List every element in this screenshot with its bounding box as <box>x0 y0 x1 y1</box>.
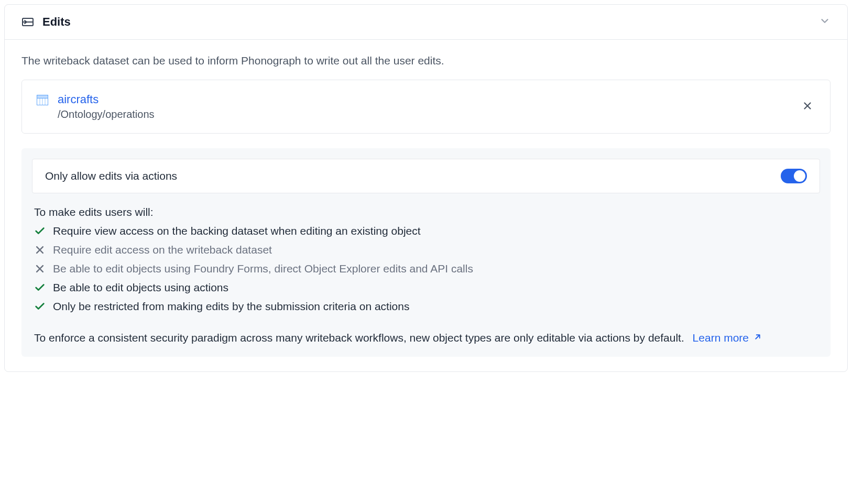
dataset-icon <box>37 95 48 105</box>
only-allow-edits-toggle[interactable] <box>781 169 807 183</box>
rule-text: Only be restricted from making edits by … <box>53 300 409 313</box>
rule-text: Require view access on the backing datas… <box>53 225 421 237</box>
check-icon <box>34 282 46 293</box>
remove-dataset-button[interactable] <box>800 98 815 116</box>
learn-more-label: Learn more <box>693 330 749 346</box>
x-icon <box>34 244 46 256</box>
dataset-card: aircrafts /Ontology/operations <box>21 80 831 134</box>
panel-header[interactable]: Edits <box>5 5 847 40</box>
toggle-knob <box>794 170 805 182</box>
only-allow-edits-toggle-row: Only allow edits via actions <box>32 159 820 193</box>
dataset-info-wrapper: aircrafts /Ontology/operations <box>37 93 155 120</box>
rule-item: Require view access on the backing datas… <box>34 225 820 237</box>
rules-intro: To make edits users will: <box>32 206 820 218</box>
edit-settings-box: Only allow edits via actions To make edi… <box>21 148 831 357</box>
panel-body: The writeback dataset can be used to inf… <box>5 40 847 371</box>
svg-rect-3 <box>37 95 48 98</box>
edits-panel: Edits The writeback dataset can be used … <box>4 4 848 372</box>
rule-text: Be able to edit objects using actions <box>53 281 228 294</box>
rule-text: Require edit access on the writeback dat… <box>53 244 272 256</box>
x-icon <box>34 263 46 275</box>
rules-list: Require view access on the backing datas… <box>32 225 820 313</box>
rule-text: Be able to edit objects using Foundry Fo… <box>53 262 473 275</box>
description-text: The writeback dataset can be used to inf… <box>21 54 831 67</box>
rule-item: Be able to edit objects using actions <box>34 281 820 294</box>
toggle-label: Only allow edits via actions <box>45 170 177 182</box>
rule-item: Require edit access on the writeback dat… <box>34 244 820 256</box>
dataset-path: /Ontology/operations <box>58 108 155 120</box>
external-link-icon <box>753 330 762 346</box>
footer-note-text: To enforce a consistent security paradig… <box>34 332 684 344</box>
footer-note: To enforce a consistent security paradig… <box>32 330 820 346</box>
rule-item: Only be restricted from making edits by … <box>34 300 820 313</box>
panel-title: Edits <box>42 15 71 29</box>
check-icon <box>34 225 46 237</box>
panel-header-left: Edits <box>21 15 71 29</box>
chevron-down-icon[interactable] <box>819 15 831 29</box>
check-icon <box>34 301 46 312</box>
dataset-info: aircrafts /Ontology/operations <box>58 93 155 120</box>
edits-icon <box>21 16 34 28</box>
rule-item: Be able to edit objects using Foundry Fo… <box>34 262 820 275</box>
learn-more-link[interactable]: Learn more <box>693 330 762 346</box>
dataset-name-link[interactable]: aircrafts <box>58 93 155 106</box>
